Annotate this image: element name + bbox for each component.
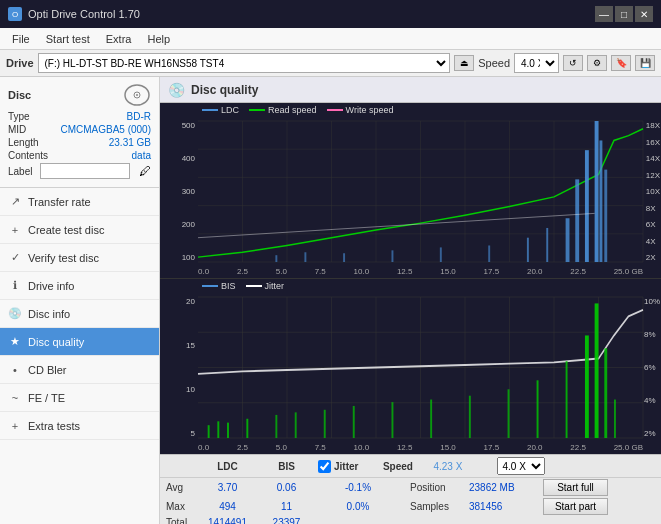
speed-select-stats[interactable]: 4.0 X [497, 457, 545, 475]
start-part-button[interactable]: Start part [543, 498, 608, 515]
legend-write-label: Write speed [346, 105, 394, 115]
max-ldc: 494 [200, 501, 255, 512]
top-chart-panel: LDC Read speed Write speed 500 [160, 103, 661, 279]
label-edit-icon[interactable]: 🖊 [139, 164, 151, 178]
contents-label: Contents [8, 150, 48, 161]
sidebar-label-disc-quality: Disc quality [28, 336, 84, 348]
svg-rect-60 [508, 389, 510, 438]
svg-rect-63 [585, 335, 589, 438]
menu-extra[interactable]: Extra [98, 31, 140, 47]
speed-label: Speed [478, 57, 510, 69]
svg-rect-22 [595, 121, 599, 262]
svg-rect-20 [575, 179, 579, 262]
svg-rect-53 [275, 415, 277, 438]
label-label: Label [8, 166, 32, 177]
svg-rect-26 [304, 252, 306, 262]
total-row-label: Total [166, 517, 196, 524]
app-icon: O [8, 7, 22, 21]
sidebar-item-create-test-disc[interactable]: + Create test disc [0, 216, 159, 244]
sidebar-item-disc-quality[interactable]: ★ Disc quality [0, 328, 159, 356]
legend-bis-label: BIS [221, 281, 236, 291]
drive-info-icon: ℹ [8, 279, 22, 293]
svg-point-2 [136, 94, 138, 96]
menu-bar: File Start test Extra Help [0, 28, 661, 50]
save-icon[interactable]: 💾 [635, 55, 655, 71]
transfer-rate-icon: ↗ [8, 195, 22, 209]
speed-value-display: 4.23 X [433, 461, 493, 472]
app-title: Opti Drive Control 1.70 [28, 8, 140, 20]
bookmark-icon[interactable]: 🔖 [611, 55, 631, 71]
max-row-label: Max [166, 501, 196, 512]
svg-rect-54 [295, 412, 297, 438]
minimize-button[interactable]: — [595, 6, 613, 22]
total-bis: 23397 [259, 517, 314, 524]
bottom-x-axis: 0.0 2.5 5.0 7.5 10.0 12.5 15.0 17.5 20.0… [198, 443, 643, 452]
sidebar-label-disc-info: Disc info [28, 308, 70, 320]
legend-ldc: LDC [202, 105, 239, 115]
cd-bler-icon: • [8, 363, 22, 377]
svg-rect-23 [599, 140, 602, 262]
sidebar-item-verify-test-disc[interactable]: ✓ Verify test disc [0, 244, 159, 272]
legend-ldc-label: LDC [221, 105, 239, 115]
content-header: 💿 Disc quality [160, 77, 661, 103]
col-jitter-header: Jitter [334, 461, 358, 472]
contents-value: data [132, 150, 151, 161]
legend-jitter: Jitter [246, 281, 285, 291]
stats-max-row: Max 494 11 0.0% Samples 381456 Start par… [160, 497, 661, 516]
max-bis: 11 [259, 501, 314, 512]
speed-select[interactable]: 4.0 X [514, 53, 559, 73]
sidebar-label-verify-test-disc: Verify test disc [28, 252, 99, 264]
sidebar-label-drive-info: Drive info [28, 280, 74, 292]
svg-rect-32 [546, 228, 548, 262]
bottom-left-axis: 20 15 10 5 [160, 297, 198, 438]
drive-select[interactable]: (F:) HL-DT-ST BD-RE WH16NS58 TST4 [38, 53, 451, 73]
stats-section: LDC BIS Jitter Speed 4.23 X 4.0 X Avg 3.… [160, 454, 661, 524]
avg-bis: 0.06 [259, 482, 314, 493]
content-area: 💿 Disc quality LDC Read [160, 77, 661, 524]
create-test-disc-icon: + [8, 223, 22, 237]
menu-start-test[interactable]: Start test [38, 31, 98, 47]
svg-rect-24 [604, 170, 607, 262]
drive-bar: Drive (F:) HL-DT-ST BD-RE WH16NS58 TST4 … [0, 50, 661, 77]
extra-tests-icon: + [8, 419, 22, 433]
content-header-title: Disc quality [191, 83, 258, 97]
legend-read: Read speed [249, 105, 317, 115]
settings-icon[interactable]: ⚙ [587, 55, 607, 71]
sidebar-label-extra-tests: Extra tests [28, 420, 80, 432]
sidebar-item-drive-info[interactable]: ℹ Drive info [0, 272, 159, 300]
maximize-button[interactable]: □ [615, 6, 633, 22]
title-bar: O Opti Drive Control 1.70 — □ ✕ [0, 0, 661, 28]
mid-value: CMCMAGBA5 (000) [60, 124, 151, 135]
sidebar-item-disc-info[interactable]: 💿 Disc info [0, 300, 159, 328]
disc-section-title: Disc [8, 89, 31, 101]
disc-section: Disc Type BD-R MID CMCMAGBA5 (000) Leng [0, 77, 159, 188]
label-input[interactable] [40, 163, 130, 179]
content-wrapper: 💿 Disc quality LDC Read [160, 77, 661, 524]
stats-avg-row: Avg 3.70 0.06 -0.1% Position 23862 MB St… [160, 478, 661, 497]
top-chart-legend: LDC Read speed Write speed [202, 105, 393, 115]
eject-icon[interactable]: ⏏ [454, 55, 474, 71]
sidebar-item-extra-tests[interactable]: + Extra tests [0, 412, 159, 440]
window-controls: — □ ✕ [595, 6, 653, 22]
menu-help[interactable]: Help [139, 31, 178, 47]
max-jitter: 0.0% [318, 501, 398, 512]
sidebar-item-cd-bler[interactable]: • CD Bler [0, 356, 159, 384]
menu-file[interactable]: File [4, 31, 38, 47]
start-full-button[interactable]: Start full [543, 479, 608, 496]
svg-rect-30 [488, 245, 490, 262]
stats-header-row: LDC BIS Jitter Speed 4.23 X 4.0 X [160, 455, 661, 478]
top-left-axis: 500 400 300 200 100 [160, 121, 198, 262]
close-button[interactable]: ✕ [635, 6, 653, 22]
svg-rect-55 [324, 410, 326, 438]
jitter-checkbox[interactable] [318, 460, 331, 473]
svg-rect-50 [217, 421, 219, 438]
position-label: Position [410, 482, 465, 493]
total-ldc: 1414491 [200, 517, 255, 524]
sidebar-label-create-test-disc: Create test disc [28, 224, 104, 236]
svg-rect-29 [440, 247, 442, 262]
refresh-icon[interactable]: ↺ [563, 55, 583, 71]
sidebar-item-transfer-rate[interactable]: ↗ Transfer rate [0, 188, 159, 216]
top-x-axis: 0.0 2.5 5.0 7.5 10.0 12.5 15.0 17.5 20.0… [198, 267, 643, 276]
position-value: 23862 MB [469, 482, 539, 493]
sidebar-item-fe-te[interactable]: ~ FE / TE [0, 384, 159, 412]
